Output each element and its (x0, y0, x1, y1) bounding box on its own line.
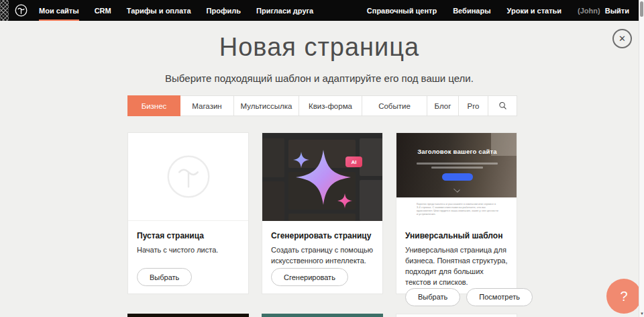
tab-search[interactable] (488, 95, 517, 116)
template-preview-thumbnail[interactable]: Заголовок вашего сайта Коротко представь… (396, 133, 517, 221)
scrollbar-thumb[interactable] (640, 1, 643, 17)
tab-quiz-form[interactable]: Квиз-форма (299, 95, 362, 116)
template-cards-row: Пустая страница Начать с чистого листа. … (127, 132, 518, 294)
ai-badge: AI (345, 156, 362, 167)
topbar: Мои сайты CRM Тарифы и оплата Профиль Пр… (0, 0, 639, 21)
logout-link[interactable]: Выйти (605, 7, 629, 15)
tab-multilink[interactable]: Мультиссылка (233, 95, 299, 116)
card-body: Сгенерировать страницу Создать страницу … (262, 221, 382, 293)
close-icon: ✕ (619, 34, 626, 44)
card-buttons: Сгенерировать (271, 268, 374, 286)
blank-page-thumbnail[interactable] (128, 133, 248, 221)
account-name: (John) (578, 7, 600, 15)
question-mark-icon: ? (620, 289, 627, 304)
template-category-tabs: Бизнес Магазин Мультиссылка Квиз-форма С… (127, 95, 518, 116)
tab-blog[interactable]: Блог (427, 95, 459, 116)
page-subtitle: Выберите подходящий шаблон и адаптируйте… (0, 73, 639, 84)
nav-my-sites[interactable]: Мои сайты (39, 0, 79, 21)
page-title: Новая страница (0, 33, 639, 62)
nav-lessons[interactable]: Уроки и статьи (507, 7, 562, 15)
card-title: Пустая страница (137, 231, 239, 240)
preview-chevron-down-icon (453, 186, 460, 193)
card-buttons: Выбрать Посмотреть (405, 288, 508, 306)
view-template-button[interactable]: Посмотреть (466, 288, 533, 306)
ai-sparkle-pink-icon (337, 193, 352, 211)
preview-hero-button (442, 173, 473, 181)
account-area: (John) Выйти (578, 7, 629, 15)
topbar-nav-left: Мои сайты CRM Тарифы и оплата Профиль Пр… (39, 0, 329, 21)
preview-hero-subtitle-line (417, 163, 498, 165)
search-icon (498, 101, 507, 110)
preview-hero-title: Заголовок вашего сайта (396, 148, 517, 155)
generate-button[interactable]: Сгенерировать (271, 268, 348, 286)
preview-paragraph: Коротко представьтесь и расскажите о ком… (417, 202, 498, 216)
help-button[interactable]: ? (606, 279, 641, 314)
template-card-partial[interactable] (262, 314, 383, 317)
choose-template-button[interactable]: Выбрать (405, 288, 460, 306)
card-description: Начать с чистого листа. (137, 245, 239, 256)
card-title: Сгенерировать страницу (271, 231, 374, 240)
card-title: Универсальный шаблон (405, 231, 508, 240)
close-button[interactable]: ✕ (612, 29, 632, 48)
tilda-logo-watermark-icon (166, 154, 211, 199)
texture-strip (0, 0, 9, 21)
tab-event[interactable]: Событие (362, 95, 427, 116)
card-blank-page: Пустая страница Начать с чистого листа. … (127, 132, 249, 294)
tilda-logo-icon[interactable] (15, 4, 28, 17)
page-scrollbar[interactable]: ▼ (639, 0, 644, 317)
nav-profile[interactable]: Профиль (207, 0, 241, 21)
preview-hero-subtitle-line (431, 167, 483, 169)
card-buttons: Выбрать (137, 268, 239, 286)
nav-help-center[interactable]: Справочный центр (367, 7, 437, 15)
template-card-partial[interactable] (127, 314, 249, 317)
card-body: Пустая страница Начать с чистого листа. … (128, 221, 248, 293)
card-description: Создать страницу с помощью искусственног… (271, 245, 374, 267)
card-universal-template: Заголовок вашего сайта Коротко представь… (396, 132, 517, 294)
tab-business[interactable]: Бизнес (127, 95, 180, 116)
card-description: Универсальная страница для бизнеса. Поня… (405, 245, 508, 288)
tab-shop[interactable]: Магазин (180, 95, 234, 116)
tab-pro[interactable]: Pro (458, 95, 488, 116)
card-ai-generate: AI Сгенерировать страницу Создать страни… (262, 132, 383, 294)
ai-thumbnail[interactable]: AI (262, 133, 382, 221)
template-card-partial[interactable] (396, 314, 517, 317)
nav-crm[interactable]: CRM (95, 0, 111, 21)
next-templates-row (127, 314, 518, 317)
nav-tariffs[interactable]: Тарифы и оплата (127, 0, 191, 21)
nav-invite-friend[interactable]: Пригласи друга (256, 0, 313, 21)
topbar-nav-right: Справочный центр Вебинары Уроки и статьи… (351, 7, 629, 15)
card-body: Универсальный шаблон Универсальная стран… (396, 221, 517, 314)
choose-blank-button[interactable]: Выбрать (137, 268, 192, 286)
preview-hero-section: Заголовок вашего сайта (396, 133, 517, 197)
scrollbar-down-arrow-icon[interactable]: ▼ (639, 312, 644, 316)
nav-webinars[interactable]: Вебинары (453, 7, 490, 15)
